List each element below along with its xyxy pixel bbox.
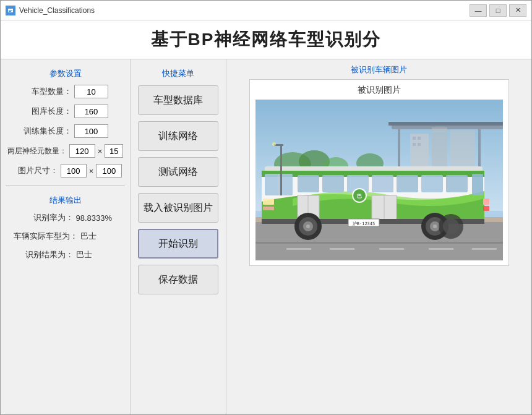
svg-rect-2 [9,10,12,11]
svg-rect-14 [418,137,421,140]
svg-rect-22 [255,242,503,244]
actual-type-label: 车辆实际车型为： [14,231,78,242]
recognition-result-label: 识别结果为： [18,249,74,260]
vehicle-count-label: 车型数量： [22,86,72,97]
train-length-label: 训练集长度： [22,126,72,137]
maximize-button[interactable]: □ [489,4,507,17]
middle-panel: 快捷菜单 车型数据库 训练网络 测试网络 载入被识别图片 开始识别 保存数据 [131,59,226,414]
actual-type-value: 巴士 [80,231,118,242]
recognition-rate-row: 识别率为： 98.8333% [6,212,125,223]
left-panel: 参数设置 车型数量： 图库长度： 训练集长度： 两层神经元数量： × 图片尺寸 [1,59,131,414]
neurons-input1[interactable] [69,144,95,158]
neurons-x: × [98,147,103,156]
svg-rect-35 [298,175,319,192]
start-recognition-button[interactable]: 开始识别 [138,229,218,259]
svg-rect-36 [322,175,344,192]
svg-rect-42 [472,174,483,195]
menu-section-label: 快捷菜单 [162,68,194,79]
image-size-label: 图片尺寸： [9,165,58,176]
test-network-button[interactable]: 测试网络 [138,157,218,187]
svg-rect-26 [429,248,453,250]
svg-rect-67 [280,146,282,195]
svg-rect-40 [421,175,443,192]
svg-point-57 [443,218,459,234]
actual-type-row: 车辆实际车型为： 巴士 [6,231,125,242]
svg-rect-8 [478,129,481,166]
params-section-label: 参数设置 [6,68,125,79]
svg-rect-23 [286,248,311,250]
recognition-rate-label: 识别率为： [18,212,74,223]
svg-rect-15 [413,143,416,146]
minimize-button[interactable]: — [470,4,487,17]
svg-text:巴: 巴 [357,194,362,199]
svg-point-69 [272,142,276,146]
recognition-rate-value: 98.8333% [76,213,113,223]
svg-rect-16 [418,143,421,146]
image-size-input2[interactable] [96,164,122,178]
window-controls: — □ ✕ [470,4,526,17]
svg-rect-58 [263,199,274,205]
window-title: Vehicle_Classifications [19,6,470,15]
train-network-button[interactable]: 训练网络 [138,121,218,151]
main-title: 基于BP神经网络车型识别分 [151,30,382,49]
main-title-bar: 基于BP神经网络车型识别分 [1,20,531,59]
svg-rect-39 [397,175,418,192]
svg-point-55 [433,225,437,228]
image-size-row: 图片尺寸： × [6,164,125,178]
svg-rect-38 [372,175,393,192]
svg-rect-25 [379,248,404,250]
app-icon [6,6,15,15]
svg-rect-3 [9,11,11,12]
svg-rect-61 [483,206,489,211]
svg-rect-9 [388,122,503,126]
main-window: Vehicle_Classifications — □ ✕ 基于BP神经网络车型… [0,0,532,415]
neurons-row: 两层神经元数量： × [6,144,125,158]
results-section-label: 结果输出 [6,195,125,206]
image-label: 被识别图片 [358,85,401,96]
right-panel: 被识别车辆图片 被识别图片 [226,59,531,414]
svg-rect-24 [330,248,354,250]
neurons-label: 两层神经元数量： [7,146,67,156]
vehicle-count-input[interactable] [74,85,108,98]
load-image-button[interactable]: 载入被识别图片 [138,193,218,223]
recognition-result-value: 巴士 [76,249,113,260]
train-length-input[interactable] [74,124,108,138]
svg-rect-41 [446,175,468,192]
vehicle-count-row: 车型数量： [6,85,125,98]
neurons-input2[interactable] [105,144,123,158]
image-size-x: × [89,166,94,176]
bus-image: 沪B·12345 巴 [255,100,503,260]
vehicle-db-button[interactable]: 车型数据库 [138,85,218,115]
close-button[interactable]: ✕ [509,4,526,17]
svg-rect-27 [472,248,497,250]
library-length-input[interactable] [74,105,108,118]
svg-rect-59 [263,207,274,210]
save-data-button[interactable]: 保存数据 [138,265,218,294]
svg-rect-60 [483,199,489,205]
title-bar: Vehicle_Classifications — □ ✕ [1,1,531,20]
library-length-label: 图库长度： [22,106,72,117]
train-length-row: 训练集长度： [6,124,125,138]
content-area: 参数设置 车型数量： 图库长度： 训练集长度： 两层神经元数量： × 图片尺寸 [1,59,531,414]
library-length-row: 图库长度： [6,105,125,118]
image-section-label: 被识别车辆图片 [234,64,524,75]
image-container: 被识别图片 [249,79,509,266]
svg-point-51 [306,225,310,228]
image-size-input1[interactable] [61,164,87,178]
svg-rect-7 [398,129,400,166]
divider [6,186,125,186]
recognition-result-row: 识别结果为： 巴士 [6,249,125,260]
svg-rect-13 [413,137,416,140]
svg-text:沪B·12345: 沪B·12345 [352,221,375,226]
